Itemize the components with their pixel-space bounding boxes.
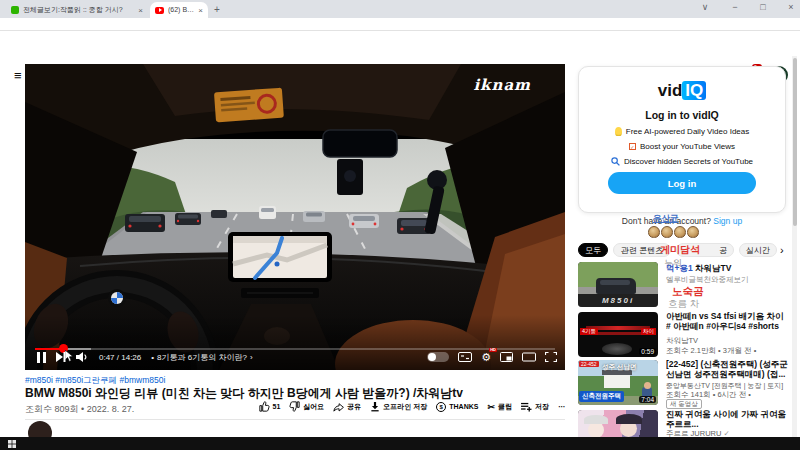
captions-button[interactable]: [458, 352, 472, 362]
browser-tab-2-active[interactable]: (62) BMW M850i 와인딩 리 ×: [150, 2, 208, 18]
like-button[interactable]: 51: [259, 401, 281, 412]
related-meta-2: 조회수 2.1만회 • 3개월 전 •: [666, 346, 788, 356]
share-icon: [333, 401, 344, 412]
window-maximize-button[interactable]: □: [756, 2, 770, 12]
related-channel-2[interactable]: 차워남TV: [666, 336, 788, 346]
download-icon: [370, 401, 380, 412]
autoplay-toggle[interactable]: [427, 352, 449, 362]
channel-watermark: iknam: [473, 76, 531, 94]
tab1-title: 전체글보기:작품읽 :: 종합 거시?: [23, 5, 134, 15]
related-thumbnail-1[interactable]: M850i: [578, 262, 658, 307]
offline-save-button[interactable]: 오프라인 저장: [370, 401, 427, 412]
thumb2-duration: 0:59: [639, 348, 656, 355]
scissors-icon: ✂: [487, 402, 495, 412]
vidiq-signup-link[interactable]: Sign up: [713, 216, 742, 226]
settings-gear-button[interactable]: ⚙HD: [481, 352, 491, 363]
youtube-header: ≡ Premium KR 9+: [0, 31, 800, 58]
playlist-add-icon: [521, 402, 532, 412]
tab2-youtube-favicon: [155, 7, 164, 14]
overlay-red-text-1: 게미담석: [660, 243, 700, 257]
thumbs-down-icon: [289, 401, 300, 412]
vidiq-login-button[interactable]: Log in: [608, 172, 756, 194]
vidiq-bullet-3: Discover hidden Secrets of YouTube: [579, 157, 785, 166]
windows-taskbar: 검색하려면 여기에 입력하십시 ∧ ✎ × 오후 8:20 2022-08-27: [0, 437, 800, 450]
browser-tab-1[interactable]: 전체글보기:작품읽 :: 종합 거시? ×: [6, 2, 148, 18]
checkbox-icon: ✓: [629, 143, 636, 150]
chapter-button[interactable]: • 8기통과 6기통의 차이란? ›: [151, 352, 252, 363]
info-divider: [25, 419, 565, 420]
vidiq-signup-row: Don't have an account? Sign up: [578, 216, 786, 226]
thumb3-badge: 22-452: [579, 361, 599, 367]
chip-live[interactable]: 실시간: [739, 243, 777, 257]
clip-button[interactable]: ✂ 클립: [487, 402, 512, 412]
more-actions-button[interactable]: ⋯: [558, 403, 565, 411]
chapter-title: 8기통과 6기통의 차이란?: [157, 352, 247, 363]
thumb3-caption: 신축전원주택: [579, 391, 624, 402]
window-chevron-icon[interactable]: ∨: [698, 2, 712, 12]
dislike-button[interactable]: 싫어요: [289, 401, 324, 412]
overlay-red-text-2: 노숙곰: [672, 285, 704, 299]
dumpling-icons: [648, 226, 700, 240]
related-title-2[interactable]: 아반떼n vs S4 tfsi 배기음 차이 # 아반떼n #아우디s4 #sh…: [666, 311, 788, 333]
thumbs-up-icon: [259, 401, 270, 412]
browser-address-bar: ← → ↻ youtube.com/watch?v=v-pZRUNKu1A ⊡ …: [0, 18, 800, 31]
window-minimize-button[interactable]: −: [728, 2, 742, 12]
overlay-gray-text-2: 엘루비글복천와중제보기: [666, 275, 749, 285]
chips-scroll-arrow[interactable]: ›: [777, 244, 787, 256]
related-title-4[interactable]: 진짜 귀여움 사이에 가짜 귀여움 주르르...: [666, 409, 788, 430]
window-close-button[interactable]: ×: [784, 2, 798, 12]
tab1-favicon: [11, 6, 19, 14]
miniplayer-button[interactable]: [500, 352, 513, 362]
magnifier-icon: [611, 157, 620, 166]
thumb2-right-badge: 차이: [641, 328, 656, 335]
vidiq-logo: vidIQ: [579, 81, 785, 101]
tab1-close-icon[interactable]: ×: [138, 6, 143, 15]
theater-mode-button[interactable]: [522, 352, 536, 362]
view-count-and-date: 조회수 809회 • 2022. 8. 27.: [25, 403, 134, 416]
video-action-bar: 51 싫어요 공유 오프라인 저장 $ THANKS ✂ 클립 저장 ⋯: [228, 399, 565, 414]
thumb3-duration: 7:04: [639, 396, 656, 403]
scrollbar-thumb[interactable]: [793, 58, 797, 226]
player-right-controls: ⚙HD: [427, 347, 557, 367]
fullscreen-button[interactable]: [545, 352, 557, 362]
vidiq-bullet-1: Free AI-powered Daily Video Ideas: [579, 127, 785, 136]
volume-icon[interactable]: [76, 352, 89, 362]
new-tab-button[interactable]: +: [214, 4, 220, 15]
time-display: 0:47 / 14:26: [99, 353, 141, 362]
related-thumbnail-3[interactable]: 22-452 성주 선남면 신축전원주택 7:04: [578, 360, 658, 405]
related-thumbnail-2[interactable]: 4기통 차이 0:59: [578, 312, 658, 357]
overlay-channel-line: 먹+용1 차워남TV: [666, 263, 731, 275]
tab2-close-icon[interactable]: ×: [198, 6, 203, 15]
next-button[interactable]: [56, 352, 66, 362]
pause-button[interactable]: [37, 352, 46, 363]
save-playlist-button[interactable]: 저장: [521, 402, 549, 412]
hd-quality-badge: HD: [489, 348, 497, 352]
chip-all[interactable]: 모두: [578, 243, 608, 257]
bulb-icon: [615, 127, 622, 136]
vidiq-heading: Log in to vidIQ: [579, 109, 785, 121]
thumb1-caption: M850i: [578, 294, 658, 307]
browser-tab-strip: 전체글보기:작품읽 :: 종합 거시? × (62) BMW M850i 와인딩…: [0, 0, 800, 18]
thumb2-left-badge: 4기통: [580, 328, 598, 335]
chapter-arrow-icon: ›: [250, 353, 253, 362]
hamburger-menu-icon[interactable]: ≡: [14, 68, 22, 83]
start-button[interactable]: [8, 440, 16, 448]
vidiq-bullet-2: ✓ Boost your YouTube Views: [579, 142, 785, 151]
overlay-gray-text-3: 흐름 차: [668, 298, 699, 311]
overlay-link-text: 유산균: [653, 213, 679, 225]
related-title-3[interactable]: [22-452] (신축전원주택) (성주군 선남면 성주전원주택매매) (접.…: [666, 359, 788, 380]
player-left-controls: 0:47 / 14:26 • 8기통과 6기통의 차이란? ›: [37, 347, 253, 367]
video-player[interactable]: iknam 0:47 / 14:26 • 8기통과 6기통의 차이란? › ⚙H…: [25, 64, 565, 370]
tab2-title: (62) BMW M850i 와인딩 리: [168, 5, 194, 15]
share-button[interactable]: 공유: [333, 401, 361, 412]
new-video-badge: 새 동영상: [666, 399, 702, 409]
sunroof-warning-sticker: [214, 88, 284, 123]
thumb3-top-text: 성주 선남면: [602, 363, 636, 372]
thanks-button[interactable]: $ THANKS: [436, 402, 478, 412]
dollar-icon: $: [436, 402, 446, 412]
